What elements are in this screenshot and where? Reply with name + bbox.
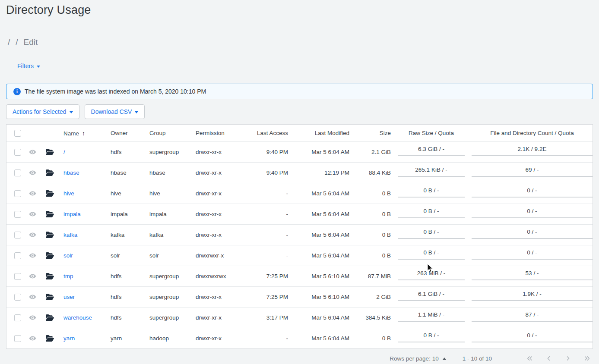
owner-cell: hbase — [106, 169, 145, 176]
row-checkbox[interactable] — [14, 149, 21, 156]
column-header-count-quota[interactable]: File and Directory Count / Quota — [471, 130, 593, 136]
directory-name-link[interactable]: user — [63, 294, 75, 300]
folder-icon — [46, 273, 54, 280]
actions-for-selected-button[interactable]: Actions for Selected — [6, 104, 79, 119]
row-checkbox[interactable] — [14, 335, 21, 342]
rows-per-page-selector[interactable]: Rows per page: 10 — [390, 355, 446, 362]
breadcrumb: / / Edit — [6, 38, 593, 47]
folder-icon — [46, 148, 54, 156]
last-page-button[interactable] — [583, 354, 591, 363]
table-row: / hdfs supergroup drwxr-xr-x 9:40 PM Mar… — [6, 141, 593, 162]
directory-name-link[interactable]: solr — [63, 252, 73, 259]
column-header-permission[interactable]: Permission — [191, 130, 238, 136]
row-checkbox[interactable] — [14, 294, 21, 301]
row-checkbox[interactable] — [14, 252, 21, 259]
table-row: hbase hbase hbase drwxr-xr-x 9:40 PM 12:… — [6, 162, 593, 183]
last-access-cell: - — [238, 190, 288, 197]
row-checkbox[interactable] — [14, 232, 21, 238]
last-access-cell: - — [238, 232, 288, 238]
column-header-name[interactable]: Name↑ — [58, 130, 106, 137]
rows-per-page-label: Rows per page: — [390, 355, 431, 362]
raw-size-quota-bar: 6.3 GiB / - — [398, 147, 465, 156]
last-modified-cell: 12:19 PM — [288, 169, 349, 176]
preview-eye-icon[interactable] — [29, 148, 36, 156]
group-cell: supergroup — [145, 294, 191, 300]
breadcrumb-separator: / — [16, 38, 18, 47]
size-cell: 0 B — [349, 211, 391, 217]
table-row: kafka kafka kafka drwxr-xr-x - Mar 5 6:0… — [6, 224, 593, 245]
first-page-button[interactable] — [526, 354, 534, 363]
count-quota-bar: 0 / - — [472, 230, 593, 239]
column-header-size[interactable]: Size — [349, 130, 391, 136]
raw-size-quota-bar: 0 B / - — [398, 188, 465, 198]
permission-cell: drwxr-xr-x — [191, 169, 238, 176]
filters-dropdown[interactable]: Filters — [17, 63, 40, 69]
table-body: / hdfs supergroup drwxr-xr-x 9:40 PM Mar… — [6, 141, 593, 348]
double-chevron-right-icon — [583, 355, 591, 362]
last-access-cell: - — [238, 211, 288, 217]
column-header-owner[interactable]: Owner — [106, 130, 145, 136]
download-csv-button[interactable]: Download CSV — [85, 104, 145, 119]
raw-size-quota-bar: 263 MiB / - — [398, 271, 465, 280]
preview-eye-icon[interactable] — [29, 335, 36, 342]
rows-per-page-value: 10 — [432, 355, 439, 362]
last-access-cell: 7:25 PM — [238, 273, 288, 279]
folder-icon — [46, 314, 54, 321]
owner-cell: hdfs — [106, 314, 145, 321]
row-checkbox[interactable] — [14, 273, 21, 280]
preview-eye-icon[interactable] — [29, 293, 36, 301]
directory-name-link[interactable]: impala — [63, 211, 81, 217]
preview-eye-icon[interactable] — [29, 273, 36, 280]
table-row: solr solr solr drwxrwxr-x - Mar 5 6:04 A… — [6, 245, 593, 266]
group-cell: hadoop — [145, 335, 191, 342]
column-header-last-modified[interactable]: Last Modified — [288, 130, 349, 136]
folder-icon — [46, 231, 54, 238]
directory-name-link[interactable]: yarn — [63, 335, 75, 342]
last-access-cell: 9:40 PM — [238, 149, 288, 155]
download-csv-label: Download CSV — [91, 108, 132, 115]
row-checkbox[interactable] — [14, 314, 21, 321]
size-cell: 384.5 KiB — [349, 314, 391, 321]
size-cell: 0 B — [349, 335, 391, 342]
column-header-raw-size-quota[interactable]: Raw Size / Quota — [391, 130, 471, 136]
row-checkbox[interactable] — [14, 211, 21, 218]
directory-name-link[interactable]: tmp — [63, 273, 73, 279]
breadcrumb-root[interactable]: / — [8, 38, 10, 47]
column-header-last-access[interactable]: Last Access — [238, 130, 288, 136]
previous-page-button[interactable] — [545, 354, 553, 363]
column-header-group[interactable]: Group — [145, 130, 191, 136]
alert-text: The file system image was last indexed o… — [25, 88, 206, 95]
row-checkbox[interactable] — [14, 169, 21, 176]
actions-for-selected-label: Actions for Selected — [13, 108, 67, 115]
preview-eye-icon[interactable] — [29, 252, 36, 259]
row-checkbox[interactable] — [14, 190, 21, 197]
raw-size-quota-bar: 0 B / - — [398, 251, 465, 260]
last-modified-cell: Mar 5 6:04 AM — [288, 232, 349, 238]
preview-eye-icon[interactable] — [29, 190, 36, 197]
breadcrumb-edit-link[interactable]: Edit — [24, 38, 38, 47]
preview-eye-icon[interactable] — [29, 169, 36, 176]
preview-eye-icon[interactable] — [29, 314, 36, 321]
last-modified-cell: Mar 5 6:04 AM — [288, 149, 349, 155]
chevron-right-icon — [564, 355, 572, 362]
last-access-cell: - — [238, 335, 288, 342]
directory-name-link[interactable]: hive — [63, 190, 74, 197]
directory-name-link[interactable]: warehouse — [63, 314, 92, 321]
group-cell: supergroup — [145, 149, 191, 155]
preview-eye-icon[interactable] — [29, 231, 36, 238]
preview-eye-icon[interactable] — [29, 210, 36, 218]
next-page-button[interactable] — [564, 354, 572, 363]
select-all-checkbox[interactable] — [14, 130, 21, 137]
raw-size-quota-bar: 0 B / - — [398, 209, 465, 218]
size-cell: 88.4 KiB — [349, 169, 391, 176]
permission-cell: drwxr-xr-x — [191, 232, 238, 238]
size-cell: 0 B — [349, 252, 391, 259]
directory-name-link[interactable]: kafka — [63, 232, 77, 238]
owner-cell: hdfs — [106, 294, 145, 300]
count-quota-bar: 0 / - — [472, 188, 593, 198]
last-access-cell: - — [238, 252, 288, 259]
directory-name-link[interactable]: hbase — [63, 169, 79, 176]
directory-name-link[interactable]: / — [63, 149, 65, 155]
pagination-footer: Rows per page: 10 1 - 10 of 10 — [6, 352, 593, 364]
raw-size-quota-bar: 0 B / - — [398, 230, 465, 239]
